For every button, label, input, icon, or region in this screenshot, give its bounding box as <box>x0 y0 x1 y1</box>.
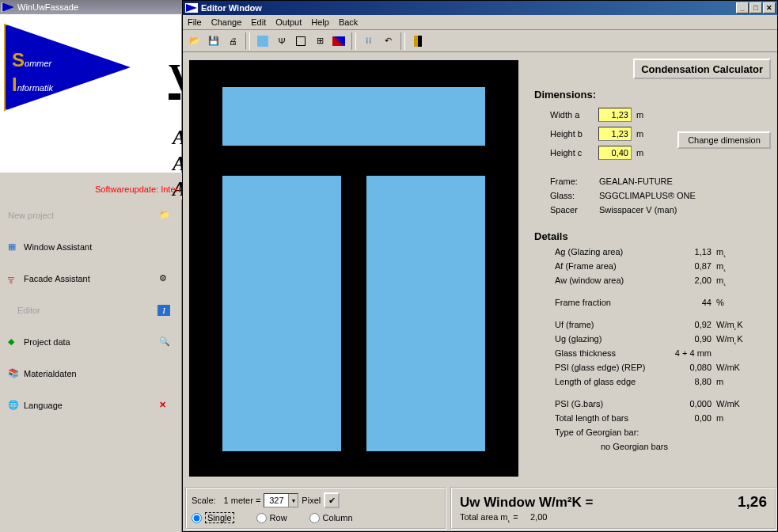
close-button[interactable]: ✕ <box>763 2 776 13</box>
dim-height-b-label: Height b <box>550 129 594 139</box>
detail-unit: m˛ <box>716 276 727 290</box>
maximize-button[interactable]: □ <box>750 2 762 13</box>
detail-key: Ug (glazing) <box>555 334 674 348</box>
sidebar-item-materialdaten[interactable]: 📚Materialdaten <box>0 358 181 390</box>
detail-unit: W/mK <box>716 399 740 413</box>
glass-pane-bottom-left[interactable] <box>222 176 341 451</box>
detail-row: Ag (Glazing area)1,13m˛ <box>555 247 769 261</box>
company-logo: Sommer Informatik <box>4 24 131 111</box>
editor-menubar: File Change Edit Output Help Back <box>183 15 777 30</box>
glass-label: Glass: <box>550 191 599 205</box>
door-icon <box>414 36 422 47</box>
scale-combo[interactable]: ▼ <box>264 493 298 507</box>
detail-row: Ug (glazing)0,90W/m˛K <box>555 334 769 348</box>
undo-button[interactable]: ↶ <box>379 32 397 50</box>
save-button[interactable]: 💾 <box>205 32 222 50</box>
radio-row[interactable]: Row <box>256 513 287 523</box>
close-icon: ✕ <box>159 400 170 411</box>
scale-value-input[interactable] <box>264 494 288 507</box>
spacer-value: Swisspacer V (man) <box>599 205 677 219</box>
editor-titlebar[interactable]: Editor Window _ □ ✕ <box>183 1 777 15</box>
dim-height-c-input[interactable] <box>598 146 632 160</box>
detail-row: no Georgian bars <box>555 442 769 456</box>
detail-key: no Georgian bars <box>601 442 719 456</box>
sidebar-item-facade-assistant[interactable]: ╦Facade Assistant ⚙ <box>0 263 181 294</box>
tool-exit[interactable] <box>409 32 427 50</box>
radio-column[interactable]: Column <box>309 513 353 523</box>
detail-value: 0,00 <box>674 413 712 428</box>
detail-key: Af (Frame area) <box>555 261 674 276</box>
dim-width-unit: m <box>636 110 647 120</box>
outline-icon <box>296 36 306 46</box>
logo-panel: Sommer Informatik V AAA <box>0 14 182 173</box>
scale-label: Scale: <box>192 496 216 505</box>
data-icon: ◆ <box>8 336 19 348</box>
detail-key: Ag (Glazing area) <box>555 247 674 261</box>
glass-value: SGGCLIMAPLUS® ONE <box>599 191 696 205</box>
glass-pane-top[interactable] <box>222 87 485 146</box>
window-preview-canvas[interactable] <box>189 60 518 477</box>
menu-edit[interactable]: Edit <box>251 17 266 27</box>
tool-flag[interactable] <box>330 32 347 50</box>
menu-change[interactable]: Change <box>211 17 242 27</box>
save-icon: 💾 <box>208 36 219 46</box>
dim-height-b-unit: m <box>636 129 647 139</box>
tool-dots[interactable]: ⁞⁞ <box>360 32 378 50</box>
uw-value: 1,26 <box>738 493 767 511</box>
frame-value: GEALAN-FUTURE <box>599 177 673 191</box>
uw-label: Uw Window W/m²K = <box>460 495 593 511</box>
tool-outline[interactable] <box>292 32 309 50</box>
detail-value: 0,87 <box>674 261 712 276</box>
open-button[interactable]: 📂 <box>186 32 203 50</box>
detail-unit: m <box>716 413 723 428</box>
sidebar-item-window-assistant[interactable]: ▦Window Assistant <box>0 231 181 263</box>
details-heading: Details <box>534 230 769 242</box>
sidebar-item-label: Project data <box>24 337 70 347</box>
folder-icon: 📁 <box>159 210 170 221</box>
sidebar-item-editor[interactable]: Editor I <box>0 294 181 326</box>
detail-key: PSI (glass edge) (REP) <box>555 363 674 377</box>
psi-icon: Ψ <box>278 36 285 46</box>
detail-row: Length of glass edge8,80m <box>555 377 769 391</box>
cropped-rule <box>169 93 180 100</box>
sidebar-item-language[interactable]: 🌐Language ✕ <box>0 390 181 421</box>
total-area-value: 2,00 <box>530 512 547 522</box>
menu-help[interactable]: Help <box>311 17 329 27</box>
sidebar-item-new-project[interactable]: New project 📁 <box>0 200 181 231</box>
book-icon: 📚 <box>8 368 19 379</box>
sidebar-item-label: Materialdaten <box>24 369 77 378</box>
spacer-label: Spacer <box>550 205 599 219</box>
main-app-title: WinUwFassade <box>17 2 78 12</box>
condensation-calculator-button[interactable]: Condensation Calculator <box>633 59 771 79</box>
editor-flag-icon <box>185 3 198 13</box>
detail-value <box>674 428 712 442</box>
scale-unit: Pixel <box>302 496 321 505</box>
detail-key: Length of glass edge <box>555 377 674 391</box>
dim-height-b-input[interactable] <box>598 127 632 141</box>
print-icon: 🖨 <box>229 36 237 46</box>
radio-single[interactable]: Single <box>192 512 234 523</box>
detail-row: Af (Frame area)0,87m˛ <box>555 261 769 276</box>
menu-back[interactable]: Back <box>339 17 358 27</box>
scatter-icon: ⁞⁞ <box>366 36 372 46</box>
tool-psi[interactable]: Ψ <box>273 32 290 50</box>
sidebar-item-label: New project <box>8 211 54 220</box>
menu-file[interactable]: File <box>188 17 202 27</box>
menu-output[interactable]: Output <box>275 17 302 27</box>
chevron-down-icon[interactable]: ▼ <box>288 494 298 507</box>
glass-pane-bottom-right[interactable] <box>366 176 485 451</box>
dim-width-input[interactable] <box>598 108 632 122</box>
change-dimension-button[interactable]: Change dimension <box>677 131 771 149</box>
detail-key: Aw (window area) <box>555 276 674 290</box>
dim-height-c-label: Height c <box>550 148 594 158</box>
print-button[interactable]: 🖨 <box>224 32 241 50</box>
tool-fill[interactable] <box>254 32 271 50</box>
minimize-button[interactable]: _ <box>736 2 749 13</box>
tool-grid[interactable]: ⊞ <box>311 32 328 50</box>
detail-row: PSI (G.bars)0,000W/mK <box>555 399 769 413</box>
scale-apply-button[interactable]: ✔ <box>324 492 340 508</box>
editor-title: Editor Window <box>201 3 262 13</box>
sidebar-item-project-data[interactable]: ◆Project data 🔍 <box>0 326 181 358</box>
detail-unit: W/m˛K <box>716 320 743 334</box>
scale-panel: Scale: 1 meter = ▼ Pixel ✔ Single Row Co… <box>185 487 446 530</box>
